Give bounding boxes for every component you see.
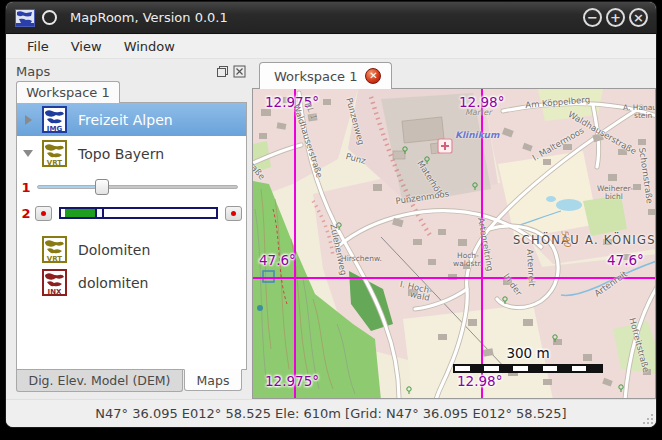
layer-row-freizeit-alpen[interactable]: IMG Freizeit Alpen — [17, 103, 246, 136]
svg-text:VRT: VRT — [47, 159, 62, 167]
resize-grip[interactable] — [642, 413, 653, 424]
map-label: Artenreit — [526, 249, 536, 287]
map-label: 47.6° — [259, 254, 296, 268]
map-label: In der — [502, 272, 523, 297]
tab-dem[interactable]: Dig. Elev. Model (DEM) — [16, 370, 183, 392]
menu-file[interactable]: File — [16, 37, 60, 56]
tab-close-icon[interactable]: ✕ — [365, 68, 381, 84]
slider-handle[interactable] — [95, 179, 109, 195]
tab-dem-label: Dig. Elev. Model (DEM) — [29, 373, 171, 388]
map-label: Schornstraße — [638, 147, 654, 204]
map-label: 12.98° — [457, 375, 502, 389]
range-right-radio[interactable] — [225, 206, 242, 221]
dock-float-icon[interactable] — [216, 65, 229, 78]
layer-type-vrt-icon: VRT — [42, 140, 67, 167]
layer-type-jnx-icon: JNX — [42, 269, 67, 296]
control-number-label: 1 — [17, 180, 35, 195]
map-label: Hofreitstraße — [628, 317, 651, 373]
left-workspace-tab[interactable]: Workspace 1 — [16, 81, 120, 103]
layer-row-dolomiten-vrt[interactable]: VRT Dolomiten — [17, 233, 246, 266]
map-workspace-tab[interactable]: Workspace 1 ✕ — [259, 62, 392, 89]
layer-row-topo-bayern[interactable]: VRT Topo Bayern — [17, 136, 246, 171]
layer-label: Topo Bayern — [78, 146, 164, 162]
map-label: waldstr. — [453, 260, 482, 268]
map-label: Hirschenw. — [341, 255, 382, 263]
dock-title: Maps — [16, 64, 212, 79]
map-label: Punz — [345, 152, 367, 165]
scale-bar: 300 m — [453, 345, 603, 373]
layer-label: Dolomiten — [78, 242, 150, 258]
svg-text:VRT: VRT — [47, 255, 62, 263]
map-label: straße — [252, 155, 266, 181]
map-label: Zulehenweg — [329, 223, 348, 276]
map-label: SCHÖNAU A. KÖNIGS — [513, 235, 656, 247]
layer-tree: IMG Freizeit Alpen VRT Topo Bayern — [16, 102, 247, 370]
menu-window[interactable]: Window — [113, 37, 186, 56]
map-label: Marter — [465, 109, 491, 117]
layer-label: Freizeit Alpen — [78, 112, 173, 128]
map-dock: Workspace 1 ✕ — [252, 59, 656, 399]
status-bar: N47° 36.095 E012° 58.525 Ele: 610m [Grid… — [6, 399, 656, 427]
close-button[interactable]: × — [629, 8, 648, 27]
svg-text:JNX: JNX — [47, 288, 62, 296]
control-number-label: 2 — [17, 206, 35, 221]
menu-view[interactable]: View — [60, 37, 113, 56]
expander-collapsed-icon[interactable] — [17, 115, 39, 125]
app-window: MapRoom, Version 0.0.1 − + × File View W… — [6, 2, 656, 427]
layer-type-img-icon: IMG — [42, 106, 67, 133]
map-label: 47.6° — [607, 254, 644, 268]
map-label: bichl — [605, 193, 623, 201]
map-label: Klinikum — [455, 131, 499, 140]
layer-row-dolomiten-jnx[interactable]: JNX dolomiten — [17, 266, 246, 299]
slider-track[interactable] — [37, 185, 238, 189]
opacity-slider[interactable] — [37, 179, 238, 195]
status-coordinates: N47° 36.095 E012° 58.525 Ele: 610m [Grid… — [95, 406, 566, 421]
scale-bar-ruler — [453, 364, 603, 373]
layer-type-vrt-icon: VRT — [42, 236, 67, 263]
range-control-row: 2 — [17, 201, 246, 225]
map-label: 12.975° — [265, 375, 319, 389]
dock-close-icon[interactable] — [233, 65, 246, 78]
map-workspace-tab-label: Workspace 1 — [274, 69, 357, 84]
tab-maps-label: Maps — [197, 373, 230, 388]
range-handle[interactable] — [95, 207, 104, 219]
map-label: Punzenweg — [345, 97, 366, 146]
menu-bar: File View Window — [6, 35, 656, 59]
left-workspace-tab-label: Workspace 1 — [26, 85, 109, 100]
map-label: wald — [409, 290, 430, 302]
map-label: Artenreit — [593, 269, 629, 297]
maximize-button[interactable]: + — [606, 8, 625, 27]
busy-indicator-icon — [42, 10, 57, 25]
map-label: Punzenmoos — [395, 189, 450, 205]
range-bar[interactable] — [59, 207, 218, 219]
map-canvas[interactable]: 12.975°12.98°47.6°47.6°12.975°12.98°Punz… — [252, 88, 656, 399]
main-area: Maps Workspace 1 — [6, 59, 656, 399]
svg-text:IMG: IMG — [47, 125, 63, 133]
maps-dock: Maps Workspace 1 — [12, 59, 248, 399]
range-fill — [65, 209, 98, 217]
dock-title-bar: Maps — [16, 62, 246, 81]
range-left-radio[interactable] — [35, 206, 52, 221]
window-title: MapRoom, Version 0.0.1 — [70, 10, 583, 25]
scale-bar-label: 300 m — [453, 345, 603, 361]
map-label: Am Köppelberg — [525, 95, 590, 109]
tab-maps[interactable]: Maps — [184, 369, 242, 391]
app-icon — [15, 9, 35, 27]
map-tab-bar: Workspace 1 ✕ — [252, 59, 656, 88]
map-label: I. Maltermoos — [531, 126, 585, 162]
map-label: stein — [634, 112, 652, 120]
minimize-button[interactable]: − — [583, 8, 602, 27]
title-bar: MapRoom, Version 0.0.1 − + × — [6, 2, 656, 34]
expander-expanded-icon[interactable] — [17, 150, 39, 157]
opacity-control-row: 1 — [17, 175, 246, 199]
layer-label: dolomiten — [78, 275, 148, 291]
